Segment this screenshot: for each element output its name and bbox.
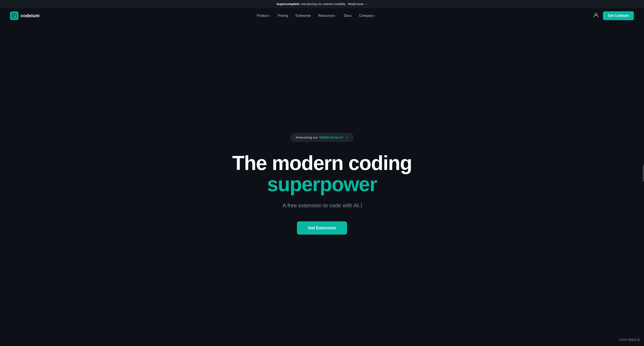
- read-more-label: Read more: [348, 2, 364, 6]
- hero-title-line1: The modern coding: [232, 153, 412, 174]
- nav-docs-label: Docs: [344, 14, 352, 18]
- badge-prefix: Announcing our: [296, 136, 318, 139]
- series-c-badge[interactable]: Announcing our $150M Series C! →: [291, 133, 353, 142]
- get-codeium-button[interactable]: Get Codeium: [603, 11, 634, 20]
- hero-subtitle: A free extension to code with AI.: [282, 202, 361, 209]
- scrollbar-indicator[interactable]: [643, 165, 644, 181]
- read-more-link[interactable]: Read more →: [348, 2, 368, 6]
- nav-docs[interactable]: Docs: [341, 12, 354, 19]
- product-chevron-icon: ▾: [269, 15, 270, 17]
- nav-product-label: Product: [257, 14, 268, 18]
- hero-section: Announcing our $150M Series C! → The mod…: [0, 24, 644, 344]
- svg-rect-2: [13, 16, 16, 16]
- nav-pricing-label: Pricing: [278, 14, 288, 18]
- announcement-text: Introducing our newest modality: [301, 2, 346, 6]
- nav-right: Get Codeium: [592, 11, 634, 20]
- nav-resources[interactable]: Resources ▾: [316, 12, 339, 19]
- nav-enterprise-label: Enterprise: [296, 14, 311, 18]
- get-extension-button[interactable]: Get Extension: [297, 221, 347, 235]
- svg-rect-3: [13, 17, 14, 17]
- nav-resources-label: Resources: [318, 14, 334, 18]
- read-more-arrow: →: [364, 2, 368, 6]
- logo-text: codeium: [20, 13, 40, 19]
- svg-rect-1: [13, 15, 15, 15]
- nav-pricing[interactable]: Pricing: [275, 12, 291, 19]
- nav-links: Product ▾ Pricing Enterprise Resources ▾…: [254, 12, 378, 19]
- nav-company[interactable]: Company ▾: [356, 12, 378, 19]
- nav-product[interactable]: Product ▾: [254, 12, 273, 19]
- badge-series-amount: $150M Series C!: [320, 136, 344, 139]
- nav-enterprise[interactable]: Enterprise: [292, 12, 314, 19]
- announcement-bold: Supercomplete:: [276, 2, 300, 6]
- badge-arrow: →: [345, 136, 348, 139]
- announcement-bar: Supercomplete: Introducing our newest mo…: [0, 0, 644, 8]
- watermark: CSDN @猫头虎: [619, 338, 640, 342]
- nav-company-label: Company: [359, 14, 373, 18]
- resources-chevron-icon: ▾: [335, 15, 336, 17]
- main-nav: codeium Product ▾ Pricing Enterprise Res…: [0, 8, 644, 24]
- hero-title: The modern coding superpower: [232, 153, 412, 195]
- company-chevron-icon: ▾: [374, 15, 375, 17]
- hero-title-line2: superpower: [232, 174, 412, 195]
- user-icon[interactable]: [592, 12, 600, 20]
- logo-link[interactable]: codeium: [10, 12, 40, 20]
- logo-icon: [10, 12, 18, 20]
- cursor-blink: [361, 203, 362, 209]
- hero-subtitle-text: A free extension to code with AI.: [282, 202, 360, 209]
